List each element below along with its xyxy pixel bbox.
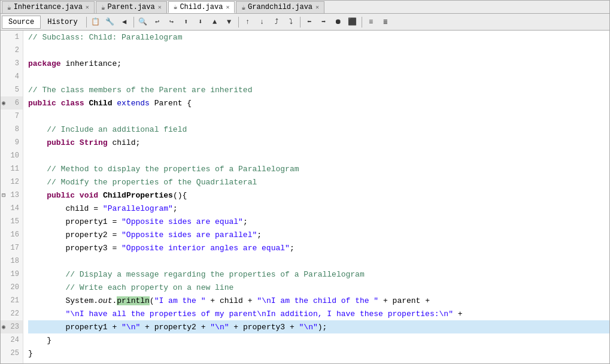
java-icon-2: ☕ (101, 4, 105, 11)
code-line-13: public void ChildProperties (){ (28, 189, 609, 202)
line-num-10: 10 (1, 149, 23, 162)
code-line-25: } (28, 347, 609, 360)
toolbar: Source History 📋 🔧 ◀ 🔍 ↩ ↪ ⬆ ⬇ ▲ ▼ ↑ ↓ ⤴… (1, 14, 609, 31)
tab-parent[interactable]: ☕ Parent.java ✕ (96, 1, 167, 13)
toolbar-btn-6[interactable]: ↪ (165, 16, 178, 29)
code-line-16: property2 = "Opposite sides are parallel… (28, 228, 609, 241)
toolbar-btn-11[interactable]: ↑ (241, 16, 254, 29)
line-num-8: 8 (1, 123, 23, 136)
code-line-24: } (28, 333, 609, 347)
line-num-25: 25 (1, 347, 23, 360)
toolbar-btn-19[interactable]: ≡ (365, 16, 378, 29)
code-line-12: // Modify the properties of the Quadrila… (28, 175, 609, 189)
line-num-11: 11 (1, 162, 23, 175)
child-field-name: child (112, 138, 135, 147)
line-numbers: 1 2 3 4 5 ◉ 6 7 8 9 10 11 12 ⊟ 13 14 15 … (1, 31, 23, 363)
toolbar-btn-13[interactable]: ⤴ (270, 16, 283, 29)
code-content: // Subclass: Child: Parallelogram packag… (23, 31, 609, 363)
close-tab-1[interactable]: ✕ (86, 4, 89, 11)
code-line-1: // Subclass: Child: Parallelogram (28, 31, 609, 44)
code-line-23: property1 + "\n" + property2 + "\n" + pr… (28, 320, 609, 333)
code-line-2 (28, 44, 609, 57)
code-line-7 (28, 110, 609, 123)
collapse-marker-13[interactable]: ⊟ (2, 192, 5, 199)
line-num-5: 5 (1, 83, 23, 96)
history-tab[interactable]: History (41, 16, 84, 29)
toolbar-btn-5[interactable]: ↩ (151, 16, 164, 29)
tab-bar: ☕ Inheritance.java ✕ ☕ Parent.java ✕ ☕ C… (1, 1, 609, 14)
tab-child[interactable]: ☕ Child.java ✕ (168, 1, 235, 13)
line-num-4: 4 (1, 70, 23, 83)
close-tab-3[interactable]: ✕ (226, 4, 229, 11)
separator-3 (238, 17, 239, 28)
code-line-15: property1 = "Opposite sides are equal" ; (28, 215, 609, 228)
line-num-15: 15 (1, 215, 23, 228)
toolbar-btn-14[interactable]: ⤵ (284, 16, 298, 29)
toolbar-btn-20[interactable]: ≣ (379, 16, 392, 29)
line-num-12: 12 (1, 175, 23, 189)
tab-grandchild[interactable]: ☕ Grandchild.java ✕ (236, 1, 324, 13)
source-tab[interactable]: Source (2, 16, 41, 29)
line-num-19: 19 (1, 268, 23, 281)
breakpoint-marker-6: ◉ (2, 99, 5, 107)
java-icon-1: ☕ (7, 4, 11, 11)
toolbar-btn-10[interactable]: ▼ (223, 16, 236, 29)
code-line-17: property3 = "Opposite interior angles ar… (28, 241, 609, 254)
line-num-9: 9 (1, 136, 23, 149)
code-line-5: // The class members of the Parent are i… (28, 83, 609, 96)
line-num-24: 24 (1, 333, 23, 347)
code-line-19: // Display a message regarding the prope… (28, 268, 609, 281)
close-tab-4[interactable]: ✕ (315, 4, 319, 11)
toolbar-btn-8[interactable]: ⬇ (194, 16, 207, 29)
code-line-20: // Write each property on a new line (28, 281, 609, 294)
code-line-9: public String child ; (28, 136, 609, 149)
line-num-22: 22 (1, 307, 23, 320)
code-line-10 (28, 149, 609, 162)
line-num-23: ◉ 23 (1, 320, 23, 333)
line-num-2: 2 (1, 44, 23, 57)
toolbar-btn-15[interactable]: ⬅ (303, 16, 316, 29)
code-area: 1 2 3 4 5 ◉ 6 7 8 9 10 11 12 ⊟ 13 14 15 … (1, 31, 609, 363)
tab-inheritance[interactable]: ☕ Inheritance.java ✕ (2, 1, 95, 13)
toolbar-btn-4[interactable]: 🔍 (136, 16, 150, 29)
separator-1 (86, 17, 87, 28)
java-icon-4: ☕ (241, 4, 245, 11)
line-num-7: 7 (1, 110, 23, 123)
code-line-8: // Include an additional field (28, 123, 609, 136)
code-line-6: public class Child extends Parent { (28, 96, 609, 110)
line-num-14: 14 (1, 202, 23, 215)
line-num-17: 17 (1, 241, 23, 254)
toolbar-btn-9[interactable]: ▲ (208, 16, 221, 29)
code-line-4 (28, 70, 609, 83)
line-num-13: ⊟ 13 (1, 189, 23, 202)
separator-4 (300, 17, 301, 28)
code-line-14: child = "Parallelogram" ; (28, 202, 609, 215)
separator-5 (362, 17, 362, 28)
toolbar-btn-12[interactable]: ↓ (256, 16, 269, 29)
line-num-6: ◉ 6 (1, 96, 23, 110)
line-num-16: 16 (1, 228, 23, 241)
toolbar-btn-2[interactable]: 🔧 (104, 16, 117, 29)
java-icon-3: ☕ (174, 3, 178, 11)
line-num-20: 20 (1, 281, 23, 294)
close-tab-2[interactable]: ✕ (158, 4, 162, 11)
toolbar-btn-7[interactable]: ⬆ (180, 16, 193, 29)
code-line-11: // Method to display the properties of a… (28, 162, 609, 175)
main-window: ☕ Inheritance.java ✕ ☕ Parent.java ✕ ☕ C… (0, 0, 610, 364)
println-highlight: println (117, 296, 150, 305)
toolbar-btn-3[interactable]: ◀ (118, 16, 131, 29)
line-num-1: 1 (1, 31, 23, 44)
toolbar-btn-17[interactable]: ⏺ (332, 16, 345, 29)
toolbar-btn-16[interactable]: ➡ (317, 16, 330, 29)
line-num-21: 21 (1, 294, 23, 307)
separator-2 (133, 17, 134, 28)
code-line-22: "\nI have all the properties of my paren… (28, 307, 609, 320)
code-line-3: package inheritance; (28, 57, 609, 70)
line-num-3: 3 (1, 57, 23, 70)
toolbar-btn-18[interactable]: ⬛ (346, 16, 359, 29)
line-num-18: 18 (1, 254, 23, 268)
toolbar-btn-1[interactable]: 📋 (89, 16, 102, 29)
code-line-18 (28, 254, 609, 268)
code-line-21: System. out . println ( "I am the " + ch… (28, 294, 609, 307)
breakpoint-marker-23: ◉ (2, 323, 5, 330)
